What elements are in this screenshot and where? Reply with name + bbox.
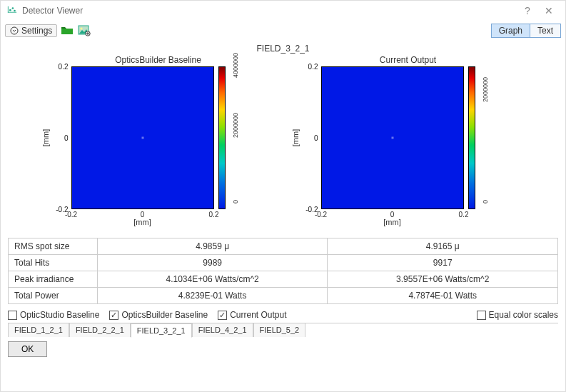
table-row: Peak irradiance 4.1034E+06 Watts/cm^2 3.…: [9, 271, 558, 288]
ytick: 0: [314, 134, 318, 142]
tab-field-5[interactable]: FIELD_5_2: [253, 323, 306, 337]
series-check-row: OpticStudio Baseline ✓ OpticsBuilder Bas…: [8, 310, 558, 320]
plot-baseline-area: [71, 66, 214, 209]
cell-label: Peak irradiance: [9, 271, 98, 288]
plot-current-ylabel: [mm]: [291, 129, 300, 146]
view-mode-switch: Graph Text: [491, 24, 561, 38]
image-add-icon[interactable]: [77, 24, 91, 38]
checkbox-icon: [477, 311, 486, 320]
svg-rect-1: [8, 6, 9, 13]
ytick: 0.2: [59, 63, 69, 71]
cell-value: 4.9165 μ: [328, 238, 558, 255]
window-title: Detector Viewer: [22, 6, 517, 16]
close-button[interactable]: ✕: [538, 5, 560, 16]
plot-current-area: [321, 66, 464, 209]
toolbar: Settings Graph Text: [1, 21, 565, 41]
title-bar: Detector Viewer ? ✕: [1, 1, 565, 21]
cell-label: RMS spot size: [9, 238, 98, 255]
colorbar-tick: 2000000: [232, 113, 239, 138]
cell-value: 4.1034E+06 Watts/cm^2: [97, 271, 328, 288]
cell-label: Total Hits: [9, 255, 98, 271]
plot-baseline-yticks: 0.2 0 -0.2: [56, 66, 71, 209]
cell-value: 9917: [328, 255, 558, 271]
check-label: OpticsBuilder Baseline: [121, 310, 208, 320]
check-label: OpticStudio Baseline: [20, 310, 99, 320]
plot-current-colorbar: 2000000 0: [464, 66, 492, 209]
ytick: 0.2: [308, 63, 318, 71]
cell-label: Total Power: [9, 288, 98, 304]
tab-field-2[interactable]: FIELD_2_2_1: [69, 323, 131, 337]
check-current[interactable]: ✓ Current Output: [218, 310, 286, 320]
colorbar-tick: 4000000: [232, 53, 239, 78]
colorbar-tick: 0: [232, 200, 239, 203]
check-opticsbuilder[interactable]: ✓ OpticsBuilder Baseline: [109, 310, 208, 320]
cell-value: 9989: [97, 255, 328, 271]
tab-field-3[interactable]: FIELD_3_2_1: [131, 323, 192, 338]
plots-row: OpticsBuilder Baseline [mm] 0.2 0 -0.2 4…: [8, 55, 558, 225]
cell-value: 4.8239E-01 Watts: [97, 288, 328, 304]
plot-baseline-ylabel: [mm]: [41, 129, 50, 146]
folder-icon[interactable]: [60, 24, 74, 38]
tab-graph[interactable]: Graph: [491, 24, 530, 38]
check-opticstudio[interactable]: OpticStudio Baseline: [8, 310, 99, 320]
plot-baseline-title: OpticsBuilder Baseline: [37, 55, 280, 65]
check-equal-scales[interactable]: Equal color scales: [477, 310, 558, 320]
svg-rect-0: [8, 12, 16, 13]
content: FIELD_3_2_1 OpticsBuilder Baseline [mm] …: [1, 41, 565, 337]
settings-label: Settings: [21, 26, 52, 36]
plot-baseline-xticks: -0.2 0 0.2 [mm]: [71, 209, 214, 225]
cell-value: 4.9859 μ: [97, 238, 328, 255]
plot-current: Current Output [mm] 0.2 0 -0.2 2000000 0: [287, 55, 530, 225]
field-title: FIELD_3_2_1: [8, 44, 558, 54]
table-row: RMS spot size 4.9859 μ 4.9165 μ: [9, 238, 558, 255]
check-label: Equal color scales: [489, 310, 558, 320]
field-tabs: FIELD_1_2_1 FIELD_2_2_1 FIELD_3_2_1 FIEL…: [8, 323, 558, 337]
plot-baseline: OpticsBuilder Baseline [mm] 0.2 0 -0.2 4…: [37, 55, 280, 225]
check-label: Current Output: [230, 310, 286, 320]
results-table: RMS spot size 4.9859 μ 4.9165 μ Total Hi…: [8, 238, 558, 304]
plot-current-xlabel: [mm]: [321, 209, 464, 226]
settings-dropdown[interactable]: Settings: [5, 24, 57, 37]
table-row: Total Hits 9989 9917: [9, 255, 558, 271]
svg-point-5: [11, 27, 18, 34]
tab-text[interactable]: Text: [530, 24, 561, 38]
help-button[interactable]: ?: [517, 5, 538, 16]
ytick: 0: [64, 134, 69, 142]
checkbox-icon: ✓: [109, 311, 118, 320]
tab-field-1[interactable]: FIELD_1_2_1: [8, 323, 69, 337]
cell-value: 4.7874E-01 Watts: [328, 288, 558, 304]
svg-point-4: [14, 10, 16, 12]
colorbar-tick: 0: [482, 200, 489, 203]
table-row: Total Power 4.8239E-01 Watts 4.7874E-01 …: [9, 288, 558, 304]
tab-field-4[interactable]: FIELD_4_2_1: [192, 323, 253, 337]
plot-baseline-xlabel: [mm]: [71, 209, 214, 226]
plot-current-xticks: -0.2 0 0.2 [mm]: [321, 209, 464, 225]
app-icon: [6, 5, 18, 16]
colorbar-tick: 2000000: [482, 77, 489, 102]
footer: OK: [1, 337, 565, 361]
plot-current-yticks: 0.2 0 -0.2: [305, 66, 321, 209]
ok-button[interactable]: OK: [8, 341, 47, 357]
checkbox-icon: [8, 311, 17, 320]
svg-point-3: [12, 7, 14, 9]
svg-point-2: [9, 9, 11, 11]
svg-point-7: [81, 28, 83, 30]
cell-value: 3.9557E+06 Watts/cm^2: [328, 271, 558, 288]
plot-baseline-colorbar: 4000000 2000000 0: [214, 66, 243, 209]
checkbox-icon: ✓: [218, 311, 227, 320]
plot-current-title: Current Output: [287, 55, 530, 65]
